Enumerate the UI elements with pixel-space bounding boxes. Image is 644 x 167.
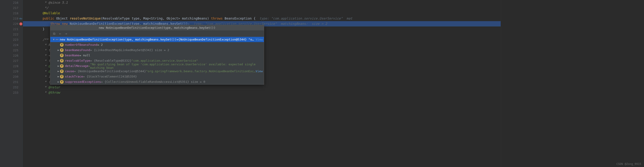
tree-root[interactable]: ▼ 👓 new NoUniqueBeanDefinitionException(… bbox=[50, 37, 264, 42]
kw: public bbox=[42, 17, 54, 20]
field-icon: f bbox=[60, 54, 64, 57]
field-value: = bbox=[88, 64, 90, 68]
field-name: resolvableType bbox=[65, 59, 90, 62]
field-string: "com.application.service.UserService" bbox=[132, 59, 198, 62]
tree-row[interactable]: ▶fdetailMessage = "No qualifying bean of… bbox=[50, 63, 264, 69]
field-name: stackTrace bbox=[65, 75, 83, 78]
code-text: Object bbox=[54, 17, 70, 20]
popup-title: new NoUniqueBeanDefinitionException(type… bbox=[50, 25, 264, 30]
history-icon[interactable]: ⧉ bbox=[52, 32, 56, 36]
gutter-line[interactable]: 226 bbox=[0, 53, 18, 58]
gutter-line[interactable]: 218 bbox=[0, 11, 18, 16]
expand-icon[interactable]: ▶ bbox=[57, 65, 60, 67]
expand-icon[interactable]: ▶ bbox=[57, 49, 60, 51]
tree-row[interactable]: fbeanName = null bbox=[50, 53, 264, 58]
field-name: beanNamesFound bbox=[65, 48, 90, 52]
field-icon: f bbox=[60, 59, 64, 63]
gutter-line[interactable]: 231 bbox=[0, 79, 18, 85]
expand-icon[interactable]: ▶ bbox=[57, 59, 60, 62]
gutter: 216 217 218 219o↓ 220 221 222 223 224 22… bbox=[0, 0, 23, 167]
gutter-line[interactable]: 222 bbox=[0, 32, 18, 37]
gutter-line[interactable]: 220 bbox=[0, 21, 18, 27]
inlay-hint: type: "com.application.service.UserServi… bbox=[256, 17, 352, 20]
evaluate-popup[interactable]: new NoUniqueBeanDefinitionException(type… bbox=[50, 25, 264, 85]
gutter-line[interactable]: 223 bbox=[0, 37, 18, 42]
code-text: */ bbox=[27, 6, 48, 10]
tree-row[interactable]: ▶fstackTrace = {StackTraceElement[24]@53… bbox=[50, 74, 264, 79]
method-name: resolveNotUnique bbox=[70, 17, 100, 20]
glasses-icon: 👓 bbox=[55, 38, 59, 41]
field-name: suppressedExceptions bbox=[65, 80, 101, 84]
expand-icon[interactable]: ▼ bbox=[52, 38, 55, 41]
code-text: BeansException { bbox=[222, 17, 256, 20]
field-string: "No qualifying bean of type 'com.applica… bbox=[90, 63, 264, 69]
back-icon[interactable]: ← bbox=[58, 32, 62, 36]
view-link[interactable]: View bbox=[256, 38, 263, 41]
field-value: = {LinkedHashMap$LinkedKeySet@5342} size… bbox=[90, 48, 169, 52]
field-icon: f bbox=[60, 43, 64, 47]
expand-icon[interactable]: ▶ bbox=[57, 70, 60, 72]
watermark: CSDN @Zong_0915 bbox=[616, 162, 641, 165]
breakpoint-icon[interactable] bbox=[19, 22, 22, 26]
field-value: = {NoUniqueBeanDefinitionException@5344} bbox=[74, 69, 146, 73]
gutter-line[interactable]: 228 bbox=[0, 64, 18, 69]
field-name: cause bbox=[65, 69, 74, 73]
gutter-line[interactable]: 233 bbox=[0, 90, 18, 95]
field-value: = 2 bbox=[98, 43, 103, 47]
tree-row[interactable]: ▶fbeanNamesFound = {LinkedHashMap$Linked… bbox=[50, 47, 264, 53]
params: (ResolvableType type, Map<String, Object… bbox=[100, 17, 211, 20]
override-icon[interactable]: o↓ bbox=[20, 16, 22, 21]
gutter-line[interactable]: 229 bbox=[0, 69, 18, 74]
expand-icon[interactable]: ▶ bbox=[57, 81, 60, 83]
field-value: = {ResolvableType@5332} bbox=[90, 59, 132, 62]
gutter-line[interactable]: 216 bbox=[0, 0, 18, 5]
right-strip bbox=[501, 0, 644, 167]
field-value: = null bbox=[80, 54, 90, 57]
tree-row[interactable]: ▶fcause = {NoUniqueBeanDefinitionExcepti… bbox=[50, 69, 264, 74]
expr-text: new NoUniqueBeanDefinitionException(type… bbox=[60, 38, 176, 41]
code-text: /** bbox=[27, 38, 48, 41]
popup-toolbar: ⧉ ← → bbox=[50, 30, 264, 37]
field-icon: f bbox=[60, 48, 64, 52]
view-link[interactable]: View bbox=[256, 69, 263, 73]
field-value: = {StackTraceElement[24]@5350} bbox=[83, 75, 137, 78]
field-name: numberOfBeansFound bbox=[65, 43, 98, 47]
field-icon: f bbox=[60, 80, 64, 84]
forward-icon[interactable]: → bbox=[64, 32, 68, 36]
tree-row[interactable]: fnumberOfBeansFound = 2 bbox=[50, 42, 264, 47]
gutter-line[interactable]: 217 bbox=[0, 5, 18, 11]
expand-icon[interactable]: ▶ bbox=[57, 75, 60, 78]
kw: throws bbox=[211, 17, 223, 20]
expr-value: {NoUniqueBeanDefinitionException@5344} "… bbox=[178, 38, 254, 41]
gutter-line[interactable]: 232 bbox=[0, 85, 18, 90]
tree-row[interactable]: ▶fsuppressedExceptions = {Collections$Un… bbox=[50, 79, 264, 84]
code-text: } bbox=[27, 27, 44, 31]
gutter-line[interactable]: 230 bbox=[0, 74, 18, 79]
gutter-line[interactable]: 221 bbox=[0, 27, 18, 32]
variables-tree[interactable]: ▼ 👓 new NoUniqueBeanDefinitionException(… bbox=[50, 37, 264, 84]
field-icon: f bbox=[60, 69, 64, 73]
gutter-line[interactable]: 225 bbox=[0, 48, 18, 53]
field-name: detailMessage bbox=[65, 64, 88, 68]
field-name: beanName bbox=[65, 54, 80, 57]
field-icon: f bbox=[60, 64, 64, 68]
gutter-line[interactable]: 219o↓ bbox=[0, 16, 18, 21]
annotation: @Nullable bbox=[42, 11, 60, 15]
field-string: "org.springframework.beans.factory.NoUni… bbox=[146, 69, 256, 73]
code-text: * @since 5.1 bbox=[27, 1, 68, 4]
gutter-line[interactable]: 227 bbox=[0, 58, 18, 64]
field-value: = {Collections$UnmodifiableRandomAccessL… bbox=[101, 80, 205, 84]
gutter-line[interactable]: 224 bbox=[0, 42, 18, 48]
field-icon: f bbox=[60, 75, 64, 78]
